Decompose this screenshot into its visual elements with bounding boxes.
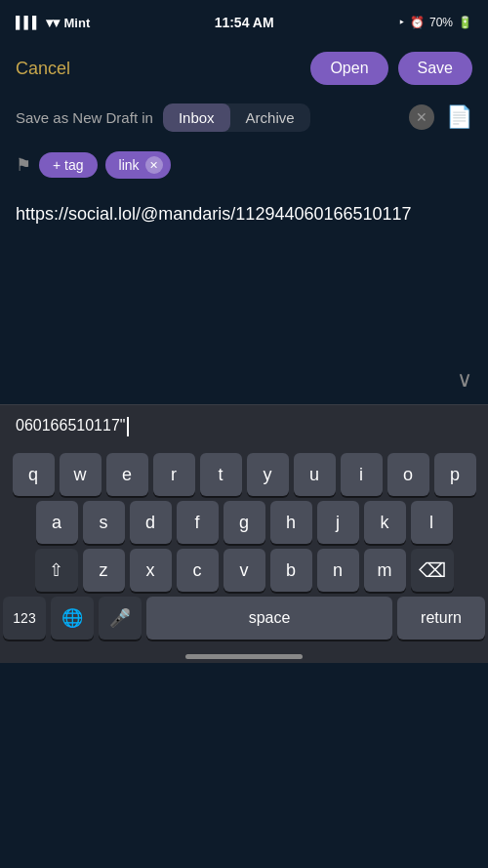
key-i[interactable]: i xyxy=(341,453,383,496)
battery-label: 70% xyxy=(429,16,453,29)
keyboard: qwertyuiop asdfghjkl ⇧ zxcvbnm⌫ 123 🌐 🎤 … xyxy=(0,447,488,643)
return-key[interactable]: return xyxy=(397,597,485,640)
microphone-key[interactable]: 🎤 xyxy=(99,597,142,640)
key-l[interactable]: l xyxy=(411,501,453,544)
key-b[interactable]: b xyxy=(270,549,312,592)
key-a[interactable]: a xyxy=(36,501,78,544)
bottom-bar xyxy=(0,643,488,663)
keyboard-row-2: asdfghjkl xyxy=(3,501,485,544)
tab-inbox[interactable]: Inbox xyxy=(163,103,230,132)
status-right: ‣ ⏰ 70% 🔋 xyxy=(398,16,472,29)
key-m[interactable]: m xyxy=(364,549,406,592)
tab-archive[interactable]: Archive xyxy=(230,103,310,132)
globe-key[interactable]: 🌐 xyxy=(51,597,94,640)
key-d[interactable]: d xyxy=(130,501,172,544)
save-button[interactable]: Save xyxy=(398,52,472,85)
chevron-down-icon[interactable]: ∨ xyxy=(457,367,472,393)
battery-icon: 🔋 xyxy=(458,16,472,29)
shift-key[interactable]: ⇧ xyxy=(35,549,78,592)
keyboard-row-1: qwertyuiop xyxy=(3,453,485,496)
key-k[interactable]: k xyxy=(364,501,406,544)
key-t[interactable]: t xyxy=(200,453,242,496)
status-bar: ▌▌▌ ▾▾ Mint 11:54 AM ‣ ⏰ 70% 🔋 xyxy=(0,0,488,43)
link-chip: link ✕ xyxy=(105,151,171,179)
time-display: 11:54 AM xyxy=(215,15,274,30)
draft-tab-group: Inbox Archive xyxy=(163,103,310,132)
key-o[interactable]: o xyxy=(387,453,429,496)
key-q[interactable]: q xyxy=(13,453,55,496)
key-w[interactable]: w xyxy=(60,453,102,496)
home-indicator xyxy=(185,654,303,659)
wifi-icon: ▾▾ xyxy=(46,15,60,30)
location-icon: ‣ xyxy=(398,16,405,29)
suggestion-bar: 060166510117" xyxy=(0,404,488,447)
key-c[interactable]: c xyxy=(177,549,219,592)
backspace-key[interactable]: ⌫ xyxy=(411,549,454,592)
status-left: ▌▌▌ ▾▾ Mint xyxy=(16,15,90,30)
key-x[interactable]: x xyxy=(130,549,172,592)
toolbar: Cancel Open Save xyxy=(0,43,488,94)
draft-row: Save as New Draft in Inbox Archive ✕ 📄 xyxy=(0,94,488,141)
key-y[interactable]: y xyxy=(247,453,289,496)
link-chip-close-button[interactable]: ✕ xyxy=(145,156,163,174)
draft-label: Save as New Draft in xyxy=(16,109,153,126)
text-cursor xyxy=(127,417,129,436)
alarm-icon: ⏰ xyxy=(410,16,425,29)
keyboard-row-3: ⇧ zxcvbnm⌫ xyxy=(3,549,485,592)
link-chip-label: link xyxy=(119,157,140,173)
signal-icon: ▌▌▌ xyxy=(16,16,41,29)
cancel-button[interactable]: Cancel xyxy=(16,59,70,79)
key-z[interactable]: z xyxy=(83,549,125,592)
draft-row-actions: ✕ 📄 xyxy=(409,104,472,130)
key-e[interactable]: e xyxy=(106,453,148,496)
numbers-key[interactable]: 123 xyxy=(3,597,46,640)
toolbar-actions: Open Save xyxy=(310,52,472,85)
carrier-label: Mint xyxy=(64,16,91,30)
add-tag-button[interactable]: + tag xyxy=(39,152,98,178)
key-h[interactable]: h xyxy=(270,501,312,544)
dismiss-button[interactable]: ✕ xyxy=(409,104,434,130)
space-key[interactable]: space xyxy=(146,597,392,640)
flag-icon[interactable]: ⚑ xyxy=(16,154,31,176)
key-n[interactable]: n xyxy=(317,549,359,592)
key-j[interactable]: j xyxy=(317,501,359,544)
tags-row: ⚑ + tag link ✕ xyxy=(0,141,488,189)
suggestion-text: 060166510117" xyxy=(8,417,137,436)
open-button[interactable]: Open xyxy=(310,52,387,85)
key-s[interactable]: s xyxy=(83,501,125,544)
key-f[interactable]: f xyxy=(177,501,219,544)
key-u[interactable]: u xyxy=(294,453,336,496)
content-text: https://social.lol/@mandaris/11294406016… xyxy=(16,201,472,227)
key-r[interactable]: r xyxy=(153,453,195,496)
keyboard-row-4: 123 🌐 🎤 space return xyxy=(3,597,485,640)
content-area[interactable]: https://social.lol/@mandaris/11294406016… xyxy=(0,189,488,404)
key-g[interactable]: g xyxy=(224,501,265,544)
key-v[interactable]: v xyxy=(224,549,265,592)
file-icon[interactable]: 📄 xyxy=(446,104,472,130)
key-p[interactable]: p xyxy=(434,453,476,496)
